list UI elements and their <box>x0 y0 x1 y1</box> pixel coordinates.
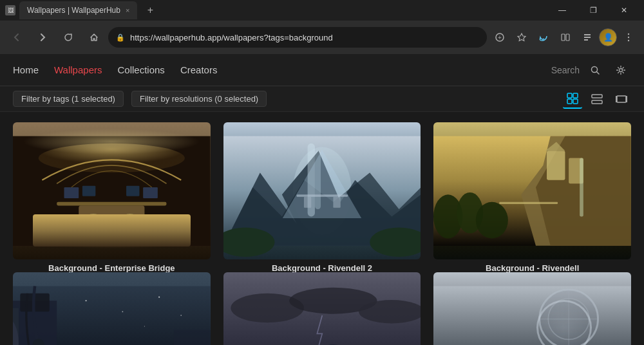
svg-point-24 <box>86 214 101 223</box>
svg-rect-15 <box>592 95 602 98</box>
browser-favicon: 🖼 <box>5 5 15 15</box>
wallpaper-thumbnail <box>13 122 211 259</box>
svg-rect-27 <box>64 187 79 198</box>
svg-rect-16 <box>592 100 602 104</box>
tab-close-button[interactable]: × <box>126 6 129 14</box>
svg-rect-46 <box>547 151 565 180</box>
wallpaper-title: Background - Rivendell 2 <box>223 263 421 273</box>
filter-bar: Filter by tags (1 selected) Filter by re… <box>0 86 644 112</box>
svg-point-7 <box>628 40 629 41</box>
svg-point-75 <box>549 299 590 340</box>
url-text: https://wallpaperhub.app/wallpapers?tags… <box>130 33 479 42</box>
wallpaper-item[interactable]: Background - Rivendell Michael Gillett <box>433 122 631 259</box>
svg-rect-42 <box>333 197 340 208</box>
site-header: Home Wallpapers Collections Creators Sea… <box>0 54 644 86</box>
nav-creators[interactable]: Creators <box>180 62 218 78</box>
wallpaper-thumbnail <box>13 272 211 345</box>
profile-avatar[interactable]: 👤 <box>599 28 617 46</box>
svg-point-25 <box>103 215 120 225</box>
svg-text:+: + <box>498 34 502 41</box>
svg-rect-23 <box>79 205 144 220</box>
search-label: Search <box>551 65 580 75</box>
svg-marker-2 <box>518 33 526 41</box>
wallpaper-thumbnail <box>223 122 421 259</box>
reading-view-button[interactable] <box>555 27 576 48</box>
tab-title: Wallpapers | WallpaperHub <box>27 6 120 15</box>
close-button[interactable]: ✕ <box>609 0 639 21</box>
wallpaper-title: Background - Rivendell <box>433 263 631 273</box>
wallpaper-item[interactable]: Background - Rivendell 2 Michael Gillett <box>223 122 421 259</box>
site-header-right: Search <box>551 60 631 80</box>
view-controls <box>563 89 631 109</box>
grid-view-button[interactable] <box>563 89 582 109</box>
wallpaper-grid: Background - Enterprise Bridge Michael G… <box>0 112 644 345</box>
address-bar[interactable]: 🔒 https://wallpaperhub.app/wallpapers?ta… <box>108 27 487 48</box>
search-area: Search <box>551 65 580 75</box>
edge-icon[interactable] <box>533 27 554 48</box>
list-view-button[interactable] <box>587 89 607 109</box>
nav-collections[interactable]: Collections <box>118 62 165 78</box>
svg-point-66 <box>144 326 145 327</box>
svg-rect-36 <box>307 144 314 217</box>
favorites-star-button[interactable] <box>511 27 532 48</box>
wallpaper-item[interactable]: Background - Enterprise Bridge Michael G… <box>13 122 211 259</box>
svg-point-64 <box>158 297 160 298</box>
svg-rect-67 <box>174 330 211 345</box>
settings-button[interactable] <box>611 60 631 80</box>
site-navigation: Home Wallpapers Collections Creators <box>13 62 217 78</box>
maximize-button[interactable]: ❐ <box>578 0 608 21</box>
svg-rect-73 <box>433 286 631 345</box>
svg-point-51 <box>476 202 508 239</box>
svg-rect-40 <box>296 194 348 196</box>
svg-point-26 <box>122 214 137 223</box>
svg-rect-13 <box>567 99 572 104</box>
minimize-button[interactable]: — <box>547 0 577 21</box>
svg-point-10 <box>620 68 623 71</box>
nav-home[interactable]: Home <box>13 62 39 78</box>
svg-rect-41 <box>304 197 311 208</box>
wallpaper-item[interactable]: Background - Death Star Ruins 3 Star War… <box>13 272 211 345</box>
home-button[interactable] <box>82 26 106 49</box>
svg-point-21 <box>39 144 185 172</box>
search-button[interactable] <box>585 60 605 80</box>
back-button[interactable] <box>5 26 28 49</box>
forward-button[interactable] <box>31 26 54 49</box>
lock-icon: 🔒 <box>116 33 125 42</box>
nav-wallpapers[interactable]: Wallpapers <box>54 62 102 78</box>
svg-rect-4 <box>566 34 569 41</box>
svg-point-31 <box>24 235 200 250</box>
single-view-button[interactable] <box>612 89 631 109</box>
svg-rect-37 <box>315 151 321 209</box>
new-tab-button[interactable]: + <box>141 1 159 19</box>
wallpaper-thumbnail <box>433 272 631 345</box>
svg-rect-28 <box>82 186 95 196</box>
svg-line-9 <box>597 71 600 74</box>
svg-rect-12 <box>573 93 578 98</box>
svg-point-65 <box>180 315 182 316</box>
svg-rect-11 <box>567 93 572 98</box>
svg-point-63 <box>122 312 123 313</box>
svg-rect-57 <box>13 308 19 345</box>
svg-point-6 <box>628 37 629 38</box>
svg-rect-17 <box>617 96 626 102</box>
svg-rect-29 <box>126 186 139 196</box>
wallpaper-item[interactable]: Background - Death Star Ruins 2 Star War… <box>223 272 421 345</box>
svg-rect-22 <box>57 202 166 206</box>
wallpaper-title: Background - Enterprise Bridge <box>13 263 211 273</box>
refresh-button[interactable] <box>57 26 80 49</box>
browser-title-bar: 🖼 Wallpapers | WallpaperHub × + — ❐ ✕ <box>0 0 644 21</box>
filter-resolutions-button[interactable]: Filter by resolutions (0 selected) <box>131 91 267 107</box>
add-favorites-button[interactable]: + <box>489 27 510 48</box>
menu-button[interactable] <box>618 27 639 48</box>
svg-point-62 <box>85 300 86 301</box>
filter-tags-button[interactable]: Filter by tags (1 selected) <box>13 91 124 107</box>
wallpaper-item[interactable]: Background - Death Star Ruins Star Wars <box>433 272 631 345</box>
svg-rect-3 <box>562 34 565 41</box>
svg-rect-30 <box>143 187 158 198</box>
svg-rect-53 <box>500 202 558 204</box>
browser-nav-bar: 🔒 https://wallpaperhub.app/wallpapers?ta… <box>0 21 644 54</box>
svg-rect-14 <box>573 99 578 104</box>
collections-button[interactable] <box>577 27 598 48</box>
browser-tab[interactable]: Wallpapers | WallpaperHub × <box>19 1 137 19</box>
wallpaper-thumbnail <box>223 272 421 345</box>
